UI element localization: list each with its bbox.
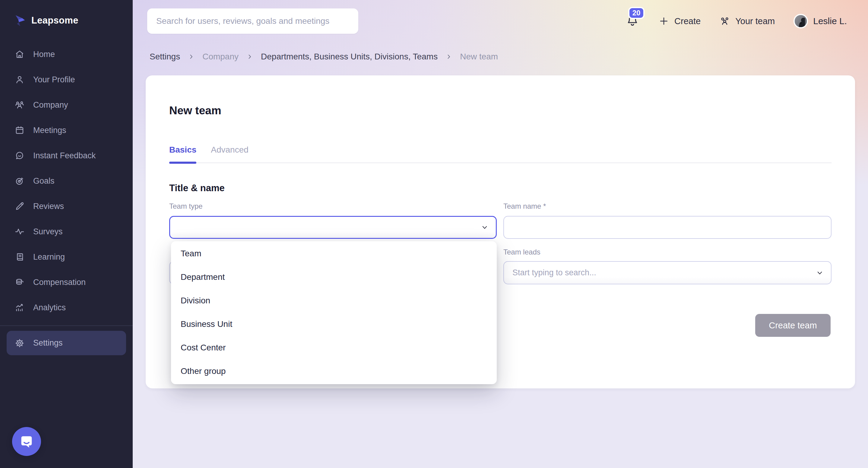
book-icon bbox=[14, 252, 25, 262]
tab-bottom-border bbox=[169, 162, 832, 163]
create-label: Create bbox=[674, 16, 701, 26]
user-name: Leslie L. bbox=[813, 16, 847, 26]
plus-icon bbox=[658, 16, 669, 27]
tab-advanced[interactable]: Advanced bbox=[211, 143, 249, 157]
bar-chart-icon bbox=[14, 303, 25, 313]
breadcrumb-new-team: New team bbox=[460, 52, 498, 62]
sidebar-item-instant-feedback[interactable]: Instant Feedback bbox=[0, 143, 133, 168]
breadcrumb-company[interactable]: Company bbox=[203, 52, 239, 62]
sidebar-nav: Home Your Profile Company Meetings Insta… bbox=[0, 42, 133, 320]
calendar-icon bbox=[14, 125, 25, 135]
avatar bbox=[794, 14, 808, 28]
sidebar-item-learning[interactable]: Learning bbox=[0, 244, 133, 270]
breadcrumb: Settings Company Departments, Business U… bbox=[150, 50, 498, 64]
your-team-button[interactable]: Your team bbox=[719, 16, 775, 27]
notification-badge: 20 bbox=[628, 7, 645, 19]
pulse-icon bbox=[14, 226, 25, 237]
your-team-label: Your team bbox=[735, 16, 775, 26]
team-name-label: Team name * bbox=[503, 202, 546, 211]
team-leads-select[interactable]: Start typing to search... bbox=[503, 261, 832, 284]
sidebar-item-label: Settings bbox=[33, 338, 63, 348]
dropdown-option-other-group[interactable]: Other group bbox=[171, 360, 497, 383]
logo-text: Leapsome bbox=[31, 15, 79, 26]
sidebar-item-label: Compensation bbox=[33, 278, 86, 287]
home-icon bbox=[14, 49, 25, 59]
team-type-dropdown: Team Department Division Business Unit C… bbox=[171, 241, 497, 384]
sidebar-item-label: Analytics bbox=[33, 303, 66, 312]
chevron-right-icon bbox=[188, 53, 194, 60]
pencil-icon bbox=[14, 201, 25, 211]
page-title: New team bbox=[169, 104, 221, 117]
coins-icon bbox=[14, 277, 25, 287]
logo[interactable]: Leapsome bbox=[13, 14, 79, 27]
dropdown-option-cost-center[interactable]: Cost Center bbox=[171, 336, 497, 360]
sidebar-item-label: Home bbox=[33, 50, 55, 59]
sidebar-item-label: Instant Feedback bbox=[33, 151, 96, 160]
chat-widget-button[interactable] bbox=[12, 427, 41, 456]
sidebar-item-company[interactable]: Company bbox=[0, 92, 133, 118]
team-name-input[interactable] bbox=[503, 216, 832, 239]
sidebar-item-label: Goals bbox=[33, 177, 55, 186]
chat-bubble-icon bbox=[19, 434, 34, 449]
sidebar-item-settings[interactable]: Settings bbox=[7, 331, 126, 355]
tab-bar: Basics Advanced bbox=[169, 143, 249, 157]
sidebar-item-reviews[interactable]: Reviews bbox=[0, 194, 133, 219]
sidebar-item-compensation[interactable]: Compensation bbox=[0, 270, 133, 295]
sidebar-item-label: Learning bbox=[33, 252, 65, 262]
sidebar-item-goals[interactable]: Goals bbox=[0, 168, 133, 194]
sidebar-item-label: Reviews bbox=[33, 202, 64, 211]
user-icon bbox=[14, 74, 25, 85]
new-team-card: New team Basics Advanced Title & name Te… bbox=[146, 75, 855, 388]
chevron-right-icon bbox=[445, 53, 452, 60]
create-team-button[interactable]: Create team bbox=[755, 314, 831, 337]
team-type-select[interactable] bbox=[169, 216, 497, 239]
global-search bbox=[147, 8, 358, 34]
people-icon bbox=[14, 100, 25, 110]
create-button[interactable]: Create bbox=[658, 16, 701, 27]
active-tab-underline bbox=[169, 162, 196, 164]
breadcrumb-departments[interactable]: Departments, Business Units, Divisions, … bbox=[261, 52, 438, 62]
topbar-actions: 20 Create Your team Leslie L. bbox=[626, 0, 847, 42]
sidebar-item-label: Meetings bbox=[33, 126, 66, 135]
sidebar-item-analytics[interactable]: Analytics bbox=[0, 295, 133, 320]
breadcrumb-settings[interactable]: Settings bbox=[150, 52, 180, 62]
notifications-button[interactable]: 20 bbox=[626, 14, 640, 28]
chat-smile-icon bbox=[14, 151, 25, 161]
sidebar-divider bbox=[0, 325, 133, 326]
chevron-down-icon bbox=[815, 269, 824, 277]
sidebar-item-label: Your Profile bbox=[33, 75, 75, 85]
team-type-label: Team type bbox=[169, 202, 203, 211]
team-leads-label: Team leads bbox=[503, 248, 540, 256]
dropdown-option-business-unit[interactable]: Business Unit bbox=[171, 312, 497, 336]
team-leads-placeholder: Start typing to search... bbox=[504, 268, 596, 277]
chevron-right-icon bbox=[246, 53, 253, 60]
leapsome-logo-icon bbox=[13, 14, 27, 27]
app-root: Leapsome Home Your Profile Company Meeti… bbox=[0, 0, 868, 468]
dropdown-option-department[interactable]: Department bbox=[171, 266, 497, 289]
chevron-down-icon bbox=[480, 223, 489, 232]
sidebar: Leapsome Home Your Profile Company Meeti… bbox=[0, 0, 133, 468]
search-input[interactable] bbox=[147, 8, 358, 34]
tab-basics[interactable]: Basics bbox=[169, 143, 196, 157]
dropdown-option-division[interactable]: Division bbox=[171, 289, 497, 312]
sidebar-item-label: Surveys bbox=[33, 227, 63, 237]
people-icon bbox=[719, 16, 730, 27]
sidebar-item-your-profile[interactable]: Your Profile bbox=[0, 67, 133, 92]
sidebar-item-surveys[interactable]: Surveys bbox=[0, 219, 133, 244]
gear-icon bbox=[14, 338, 25, 348]
sidebar-item-home[interactable]: Home bbox=[0, 42, 133, 67]
user-menu[interactable]: Leslie L. bbox=[794, 14, 847, 28]
sidebar-item-meetings[interactable]: Meetings bbox=[0, 118, 133, 143]
dropdown-option-team[interactable]: Team bbox=[171, 242, 497, 266]
target-icon bbox=[14, 176, 25, 186]
sidebar-item-label: Company bbox=[33, 100, 68, 110]
section-title: Title & name bbox=[169, 183, 225, 194]
